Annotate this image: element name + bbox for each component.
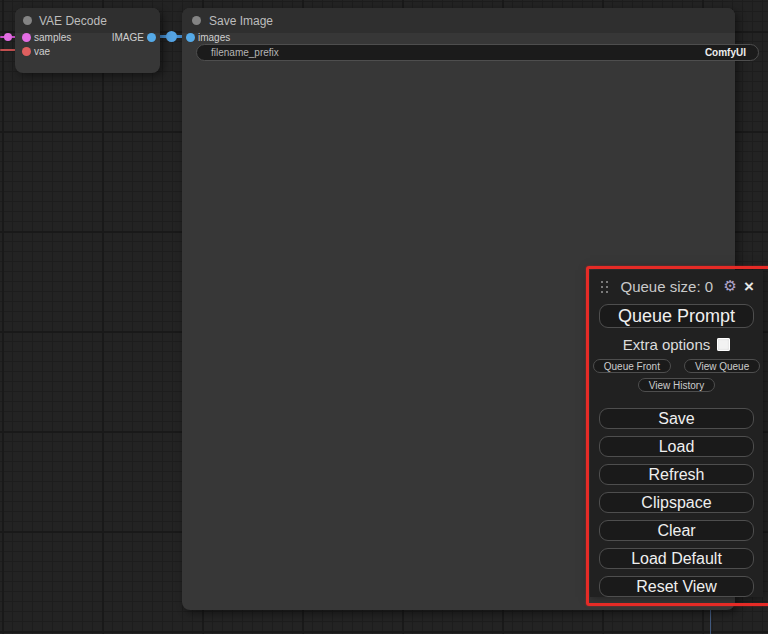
- save-button[interactable]: Save: [599, 408, 754, 429]
- filename-prefix-widget[interactable]: filename_prefix ComfyUI: [196, 44, 759, 61]
- clipspace-button[interactable]: Clipspace: [599, 492, 754, 513]
- node-title: Save Image: [209, 14, 273, 28]
- output-slot-image[interactable]: [147, 33, 156, 42]
- widget-name: filename_prefix: [211, 47, 279, 58]
- menu-button-stack: Save Load Refresh Clipspace Clear Load D…: [590, 408, 763, 597]
- queue-front-button[interactable]: Queue Front: [593, 359, 671, 373]
- queue-prompt-button[interactable]: Queue Prompt: [599, 304, 754, 328]
- reset-view-button[interactable]: Reset View: [599, 576, 754, 597]
- extra-options-checkbox[interactable]: [717, 338, 730, 351]
- extra-options-label: Extra options: [623, 336, 711, 353]
- view-history-row: View History: [590, 378, 763, 392]
- settings-gear-icon[interactable]: ⚙: [724, 279, 737, 294]
- input-slot-images-label: images: [198, 32, 230, 43]
- drag-handle[interactable]: [600, 280, 610, 293]
- queue-buttons-row: Queue Front View Queue: [590, 359, 763, 373]
- input-slot-images[interactable]: [186, 33, 195, 42]
- input-slot-samples[interactable]: [22, 33, 31, 42]
- view-history-button[interactable]: View History: [638, 378, 715, 392]
- queue-size-label: Queue size: 0: [610, 278, 724, 295]
- collapse-dot-icon[interactable]: [192, 16, 201, 25]
- node-save-image-titlebar[interactable]: Save Image: [182, 8, 735, 33]
- link-latent-midpoint-dot: [4, 33, 12, 41]
- collapse-dot-icon[interactable]: [23, 16, 32, 25]
- close-icon[interactable]: ×: [744, 278, 754, 295]
- node-vae-decode-titlebar[interactable]: VAE Decode: [15, 8, 160, 33]
- drag-handle-dots-icon: [601, 281, 603, 283]
- link-line-offscreen-bottom: [710, 608, 711, 634]
- load-button[interactable]: Load: [599, 436, 754, 457]
- input-slot-vae-label: vae: [34, 46, 50, 57]
- widget-value: ComfyUI: [705, 47, 746, 58]
- graph-canvas[interactable]: VAE Decode samples vae IMAGE Save Image …: [0, 0, 768, 634]
- node-title: VAE Decode: [39, 14, 107, 28]
- extra-options-row: Extra options: [590, 337, 763, 352]
- refresh-button[interactable]: Refresh: [599, 464, 754, 485]
- clear-button[interactable]: Clear: [599, 520, 754, 541]
- load-default-button[interactable]: Load Default: [599, 548, 754, 569]
- input-slot-samples-label: samples: [34, 32, 71, 43]
- queue-menu-panel[interactable]: Queue size: 0 ⚙ × Queue Prompt Extra opt…: [590, 270, 763, 597]
- menu-header: Queue size: 0 ⚙ ×: [590, 270, 763, 296]
- link-image-midpoint-dot: [166, 31, 177, 42]
- input-slot-vae[interactable]: [22, 47, 31, 56]
- output-slot-image-label: IMAGE: [112, 32, 144, 43]
- node-vae-decode[interactable]: VAE Decode samples vae IMAGE: [15, 8, 160, 73]
- view-queue-button[interactable]: View Queue: [684, 359, 760, 373]
